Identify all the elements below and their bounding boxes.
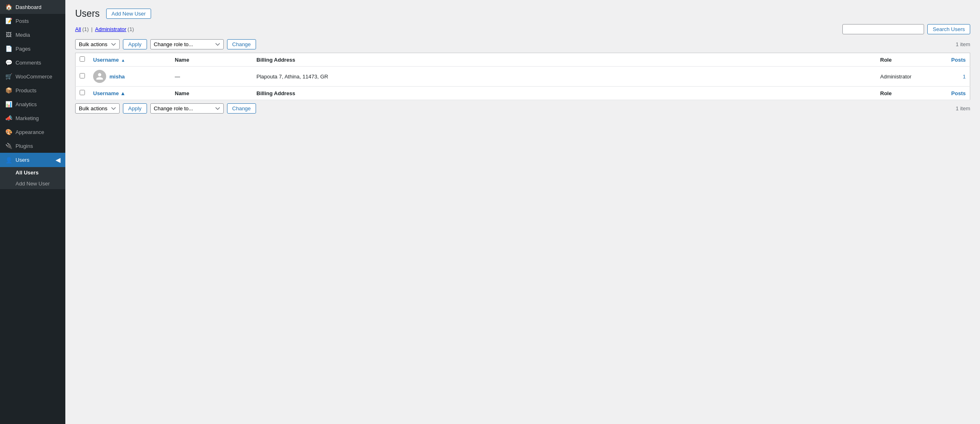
row-name-cell: — bbox=[171, 67, 252, 87]
search-area: Search Users bbox=[842, 24, 970, 34]
avatar-icon bbox=[96, 72, 104, 80]
header-name: Name bbox=[171, 53, 252, 67]
sidebar-item-products[interactable]: 📦 Products bbox=[0, 83, 65, 97]
plugins-icon: 🔌 bbox=[5, 142, 12, 150]
row-billing-cell: Plapouta 7, Athina, 11473, GR bbox=[252, 67, 876, 87]
footer-posts-label: Posts bbox=[951, 90, 966, 96]
appearance-icon: 🎨 bbox=[5, 128, 12, 136]
footer-billing: Billing Address bbox=[252, 87, 876, 100]
footer-name: Name bbox=[171, 87, 252, 100]
media-icon: 🖼 bbox=[5, 31, 12, 38]
marketing-icon: 📣 bbox=[5, 114, 12, 122]
bulk-actions-select-top[interactable]: Bulk actions bbox=[75, 39, 120, 49]
page-title: Users bbox=[75, 8, 100, 19]
filter-links: All (1) | Administrator (1) bbox=[75, 26, 134, 32]
users-table: Username ▲ Name Billing Address Role Pos… bbox=[75, 53, 970, 100]
sidebar-item-users[interactable]: 👤 Users ◀ bbox=[0, 153, 65, 167]
sidebar-item-label: Plugins bbox=[16, 143, 33, 149]
sidebar-item-comments[interactable]: 💬 Comments bbox=[0, 56, 65, 69]
search-users-button[interactable]: Search Users bbox=[927, 24, 970, 34]
sidebar-item-label: Marketing bbox=[16, 115, 39, 121]
sidebar-item-label: WooCommerce bbox=[16, 74, 52, 80]
header-username[interactable]: Username ▲ bbox=[89, 53, 171, 67]
posts-header-label: Posts bbox=[951, 57, 966, 63]
username-header-label: Username bbox=[93, 57, 119, 63]
footer-sort-icon: ▲ bbox=[120, 90, 126, 96]
apply-button-bottom[interactable]: Apply bbox=[123, 103, 147, 114]
sidebar-item-label: Pages bbox=[16, 46, 31, 52]
change-role-select-top[interactable]: Change role to... bbox=[150, 39, 224, 49]
sidebar-item-media[interactable]: 🖼 Media bbox=[0, 28, 65, 42]
filter-all-count: (1) bbox=[82, 26, 89, 32]
add-new-user-button[interactable]: Add New User bbox=[106, 9, 151, 19]
sidebar-item-dashboard[interactable]: 🏠 Dashboard bbox=[0, 0, 65, 14]
name-header-label: Name bbox=[175, 57, 189, 63]
submenu-add-new-user[interactable]: Add New User bbox=[0, 178, 65, 189]
sidebar-item-pages[interactable]: 📄 Pages bbox=[0, 42, 65, 56]
footer-username-label: Username bbox=[93, 90, 119, 96]
sidebar-item-woocommerce[interactable]: 🛒 WooCommerce bbox=[0, 69, 65, 83]
username-with-avatar: misha bbox=[93, 70, 167, 83]
users-icon: 👤 bbox=[5, 156, 12, 164]
username-sort-icon: ▲ bbox=[121, 58, 125, 62]
sidebar-item-label: Products bbox=[16, 87, 36, 94]
footer-name-label: Name bbox=[175, 90, 189, 96]
submenu-all-users[interactable]: All Users bbox=[0, 167, 65, 178]
woocommerce-icon: 🛒 bbox=[5, 73, 12, 80]
footer-select-all-checkbox[interactable] bbox=[80, 90, 85, 95]
filter-admin-link[interactable]: Administrator bbox=[95, 26, 127, 32]
sidebar-item-label: Media bbox=[16, 32, 30, 38]
search-input[interactable] bbox=[842, 24, 924, 34]
change-role-select-bottom[interactable]: Change role to... bbox=[150, 103, 224, 114]
post-count-link[interactable]: 1 bbox=[963, 74, 966, 80]
role-header-label: Role bbox=[880, 57, 892, 63]
footer-role: Role bbox=[876, 87, 938, 100]
footer-billing-label: Billing Address bbox=[256, 90, 295, 96]
top-controls-row: Bulk actions Apply Change role to... Cha… bbox=[75, 39, 970, 49]
sidebar-item-plugins[interactable]: 🔌 Plugins bbox=[0, 139, 65, 153]
sidebar-item-label: Analytics bbox=[16, 101, 37, 107]
footer-posts: Posts bbox=[938, 87, 970, 100]
header-checkbox-cell bbox=[76, 53, 89, 67]
sidebar-item-analytics[interactable]: 📊 Analytics bbox=[0, 97, 65, 111]
comments-icon: 💬 bbox=[5, 59, 12, 66]
sidebar-item-label: Posts bbox=[16, 18, 29, 24]
table-row: misha — Plapouta 7, Athina, 11473, GR Ad… bbox=[76, 67, 970, 87]
user-avatar bbox=[93, 70, 106, 83]
change-button-top[interactable]: Change bbox=[227, 39, 256, 49]
item-count-bottom: 1 item bbox=[956, 105, 970, 112]
bottom-controls-row: Bulk actions Apply Change role to... Cha… bbox=[75, 103, 970, 114]
sidebar-item-marketing[interactable]: 📣 Marketing bbox=[0, 111, 65, 125]
row-username-cell: misha bbox=[89, 67, 171, 87]
sidebar-item-appearance[interactable]: 🎨 Appearance bbox=[0, 125, 65, 139]
header-posts: Posts bbox=[938, 53, 970, 67]
footer-username[interactable]: Username ▲ bbox=[89, 87, 171, 100]
products-icon: 📦 bbox=[5, 87, 12, 94]
filter-all-link[interactable]: All bbox=[75, 26, 81, 32]
table-header-row: Username ▲ Name Billing Address Role Pos… bbox=[76, 53, 970, 67]
row-checkbox[interactable] bbox=[80, 73, 85, 78]
dashboard-icon: 🏠 bbox=[5, 3, 12, 11]
billing-header-label: Billing Address bbox=[256, 57, 295, 63]
row-checkbox-cell bbox=[76, 67, 89, 87]
sidebar-collapse-arrow: ◀ bbox=[56, 156, 60, 164]
pages-icon: 📄 bbox=[5, 45, 12, 52]
row-posts-cell: 1 bbox=[938, 67, 970, 87]
change-button-bottom[interactable]: Change bbox=[227, 103, 256, 114]
username-link[interactable]: misha bbox=[109, 74, 125, 80]
sidebar-item-label: Dashboard bbox=[16, 4, 42, 10]
apply-button-top[interactable]: Apply bbox=[123, 39, 147, 49]
footer-checkbox-cell bbox=[76, 87, 89, 100]
sidebar-item-label: Comments bbox=[16, 60, 41, 66]
footer-role-label: Role bbox=[880, 90, 892, 96]
sidebar-item-label: Users bbox=[16, 157, 29, 163]
item-count-top: 1 item bbox=[956, 41, 970, 47]
page-header: Users Add New User bbox=[75, 8, 970, 19]
select-all-checkbox[interactable] bbox=[80, 56, 85, 62]
sidebar-item-posts[interactable]: 📝 Posts bbox=[0, 14, 65, 28]
bulk-actions-select-bottom[interactable]: Bulk actions bbox=[75, 103, 120, 114]
row-role-cell: Administrator bbox=[876, 67, 938, 87]
table-footer-row: Username ▲ Name Billing Address Role Pos… bbox=[76, 87, 970, 100]
analytics-icon: 📊 bbox=[5, 100, 12, 108]
sidebar-item-label: Appearance bbox=[16, 129, 44, 135]
